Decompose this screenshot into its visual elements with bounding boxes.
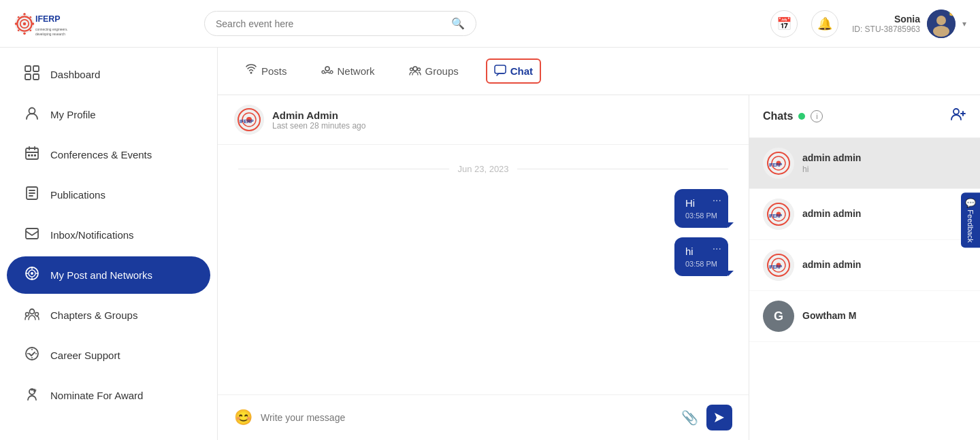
feedback-label: Feedback bbox=[966, 209, 975, 242]
sidebar-item-dashboard-label: Dashboard bbox=[50, 69, 100, 80]
sidebar-item-publications[interactable]: Publications bbox=[7, 176, 210, 214]
chat-list-avatar-1: IFERP bbox=[763, 148, 794, 179]
user-name: Sonia bbox=[852, 14, 920, 24]
message-bubble-2: ··· hi 03:58 PM bbox=[674, 237, 728, 276]
feedback-tab[interactable]: 💬 Feedback bbox=[961, 192, 980, 248]
chat-list-info-2: admin admin bbox=[802, 208, 966, 220]
chats-sidebar: Chats i bbox=[749, 95, 980, 440]
svg-rect-23 bbox=[26, 148, 38, 159]
info-button[interactable]: i bbox=[811, 110, 823, 122]
svg-point-44 bbox=[322, 71, 325, 73]
sidebar-item-chapters[interactable]: Chapters & Groups bbox=[7, 297, 210, 334]
chat-list-avatar-3: IFERP bbox=[763, 250, 794, 281]
sidebar-item-inbox[interactable]: Inbox/Notifications bbox=[7, 216, 210, 254]
network-icon bbox=[321, 64, 333, 78]
svg-point-10 bbox=[18, 29, 20, 31]
sidebar-item-my-post[interactable]: My Post and Networks bbox=[7, 256, 210, 294]
message-wrap-2: ··· hi 03:58 PM bbox=[238, 237, 728, 276]
chat-header-info: Admin Admin Last seen 28 minutes ago bbox=[272, 109, 365, 131]
svg-point-42 bbox=[250, 72, 252, 74]
main-layout: Dashboard My Profile Confer bbox=[0, 48, 980, 440]
bubble-tail-1 bbox=[728, 222, 734, 228]
tab-network[interactable]: Network bbox=[314, 60, 382, 82]
tab-posts-label: Posts bbox=[261, 65, 287, 77]
svg-point-45 bbox=[330, 71, 333, 73]
svg-rect-25 bbox=[31, 154, 33, 156]
svg-rect-20 bbox=[25, 74, 31, 80]
chevron-down-icon[interactable]: ▾ bbox=[962, 19, 966, 29]
tabs-bar: Posts Network bbox=[218, 48, 980, 95]
chat-list-item-3[interactable]: IFERP admin admin bbox=[749, 240, 980, 291]
tab-posts[interactable]: Posts bbox=[238, 60, 294, 82]
chat-list-avatar-4: G bbox=[763, 301, 794, 332]
svg-text:IFERP: IFERP bbox=[769, 163, 783, 167]
chat-list-item-4[interactable]: G Gowtham M bbox=[749, 291, 980, 342]
svg-point-8 bbox=[18, 16, 20, 18]
chat-icon bbox=[494, 64, 506, 78]
svg-point-16 bbox=[936, 16, 946, 25]
sidebar-item-my-profile[interactable]: My Profile bbox=[7, 96, 210, 133]
send-button[interactable] bbox=[706, 405, 732, 430]
svg-point-55 bbox=[953, 109, 959, 114]
svg-point-9 bbox=[30, 16, 32, 18]
svg-point-48 bbox=[417, 68, 420, 71]
svg-point-5 bbox=[23, 32, 26, 35]
feedback-icon: 💬 bbox=[965, 198, 976, 208]
add-people-button[interactable] bbox=[950, 106, 966, 126]
sidebar-item-conferences[interactable]: Conferences & Events bbox=[7, 136, 210, 173]
svg-point-43 bbox=[325, 67, 329, 71]
tab-groups[interactable]: Groups bbox=[402, 60, 466, 82]
chat-list-item-1[interactable]: IFERP admin admin hi bbox=[749, 138, 980, 189]
sidebar-item-nominate[interactable]: Nominate For Award bbox=[7, 377, 210, 414]
chapters-icon bbox=[23, 306, 41, 324]
profile-icon bbox=[23, 105, 41, 124]
sidebar-item-nominate-label: Nominate For Award bbox=[50, 390, 143, 401]
sidebar-item-dashboard[interactable]: Dashboard bbox=[7, 56, 210, 93]
search-bar[interactable]: 🔍 bbox=[204, 11, 476, 36]
chat-list-name-3: admin admin bbox=[802, 259, 966, 270]
chat-last-seen: Last seen 28 minutes ago bbox=[272, 121, 365, 131]
svg-point-7 bbox=[32, 22, 35, 25]
chat-list-name-2: admin admin bbox=[802, 208, 966, 219]
svg-rect-26 bbox=[34, 154, 36, 156]
avatar[interactable]: 👑 bbox=[927, 10, 956, 38]
svg-text:IFERP: IFERP bbox=[769, 214, 783, 218]
chat-list: IFERP admin admin hi bbox=[749, 138, 980, 440]
online-indicator bbox=[798, 113, 805, 120]
sidebar-item-my-profile-label: My Profile bbox=[50, 109, 96, 120]
svg-text:IFERP: IFERP bbox=[240, 119, 254, 124]
svg-point-46 bbox=[413, 67, 417, 71]
chats-title-wrap: Chats i bbox=[763, 110, 823, 122]
tab-groups-label: Groups bbox=[425, 65, 459, 77]
message-options-2[interactable]: ··· bbox=[713, 243, 721, 255]
content-area: Posts Network bbox=[218, 48, 980, 440]
notifications-button[interactable]: 🔔 bbox=[811, 10, 838, 37]
messages-area: Jun 23, 2023 ··· Hi 03:58 PM ··· bbox=[218, 145, 749, 394]
svg-rect-21 bbox=[33, 74, 39, 80]
chat-user-name: Admin Admin bbox=[272, 109, 365, 121]
chat-list-info-1: admin admin hi bbox=[802, 152, 966, 174]
message-bubble-1: ··· Hi 03:58 PM bbox=[674, 189, 728, 228]
svg-point-11 bbox=[30, 29, 32, 31]
chat-list-msg-1: hi bbox=[802, 165, 966, 174]
logo-icon: IFERP connecting engineers... developing… bbox=[14, 7, 68, 41]
svg-text:IFERP: IFERP bbox=[769, 265, 783, 269]
message-options-1[interactable]: ··· bbox=[713, 194, 721, 207]
tab-chat[interactable]: Chat bbox=[486, 58, 541, 84]
chat-list-item-2[interactable]: IFERP admin admin bbox=[749, 189, 980, 240]
sidebar-item-publications-label: Publications bbox=[50, 189, 105, 201]
my-post-icon bbox=[23, 266, 41, 284]
attach-button[interactable]: 📎 bbox=[681, 409, 698, 426]
chat-input-area: 😊 📎 bbox=[218, 394, 749, 440]
svg-rect-18 bbox=[25, 66, 31, 71]
chat-header: IFERP Admin Admin Last seen 28 minutes a… bbox=[218, 95, 749, 145]
posts-icon bbox=[245, 64, 257, 78]
message-input[interactable] bbox=[261, 412, 673, 423]
chats-header: Chats i bbox=[749, 95, 980, 138]
sidebar-item-career[interactable]: Career Support bbox=[7, 337, 210, 374]
search-input[interactable] bbox=[216, 18, 446, 29]
emoji-button[interactable]: 😊 bbox=[234, 409, 252, 426]
calendar-button[interactable]: 📅 bbox=[770, 10, 798, 37]
svg-rect-19 bbox=[33, 66, 39, 71]
chats-title: Chats bbox=[763, 110, 793, 122]
